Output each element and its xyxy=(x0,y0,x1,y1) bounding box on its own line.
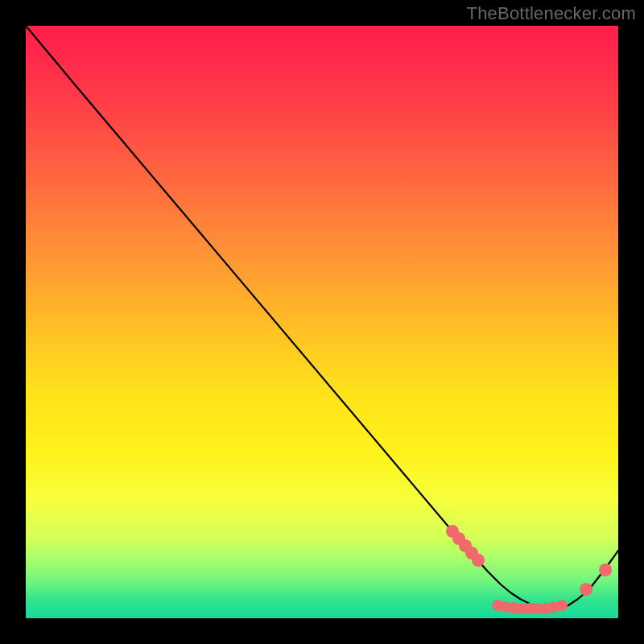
data-marker xyxy=(599,564,612,576)
data-marker xyxy=(556,600,568,611)
bottleneck-curve xyxy=(26,26,618,609)
watermark-text: TheBottlenecker.com xyxy=(467,3,636,24)
data-marker xyxy=(580,583,592,596)
plot-area xyxy=(26,26,618,618)
data-marker xyxy=(472,554,485,567)
curve-svg xyxy=(26,26,618,618)
chart-frame: TheBottlenecker.com xyxy=(0,0,644,644)
